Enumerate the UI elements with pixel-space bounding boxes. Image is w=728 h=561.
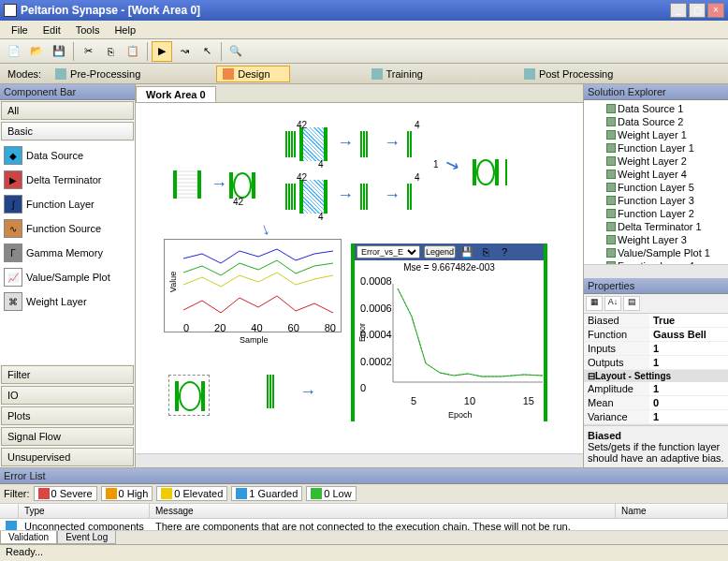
tree-node[interactable]: Function Layer 3 (586, 194, 726, 207)
layer-bars[interactable] (505, 159, 507, 185)
paste-icon[interactable]: 📋 (123, 41, 143, 62)
comp-function-layer[interactable]: ∫Function Layer (2, 192, 133, 216)
zoom-icon[interactable]: 🔍 (226, 41, 246, 62)
menu-help[interactable]: Help (107, 22, 143, 37)
layer-bars[interactable] (267, 375, 274, 408)
link-icon[interactable]: ↝ (174, 41, 195, 62)
select-icon[interactable]: ↖ (197, 41, 217, 62)
function-block[interactable] (229, 172, 255, 199)
close-button[interactable]: × (707, 3, 724, 18)
cut-icon[interactable]: ✂ (78, 41, 98, 62)
filter-high[interactable]: 0 High (101, 486, 153, 501)
categorize-icon[interactable]: ▦ (586, 296, 603, 311)
tab-work-area-0[interactable]: Work Area 0 (136, 86, 216, 102)
save-plot-icon[interactable]: 💾 (459, 245, 474, 258)
data-source-block[interactable] (173, 170, 201, 199)
col-type[interactable]: Type (19, 504, 150, 518)
col-name[interactable]: Name (616, 504, 728, 518)
error-row[interactable]: Unconnected components There are compone… (0, 519, 728, 530)
tree-node[interactable]: Data Source 2 (586, 115, 726, 128)
layer-bars[interactable] (285, 131, 296, 157)
function-block[interactable] (473, 159, 499, 185)
minimize-button[interactable]: _ (670, 3, 687, 18)
filter-severe[interactable]: 0 Severe (34, 486, 97, 501)
canvas-scrollbar[interactable] (136, 453, 583, 467)
prop-row[interactable]: Mean0 (584, 396, 728, 410)
tree-node[interactable]: Function Layer 1 (586, 141, 726, 155)
severity-icon (311, 488, 322, 499)
error-plot-container[interactable]: Error_vs_E Legend 💾 ⎘ ? Mse = 9.667482e-… (351, 244, 547, 421)
comp-data-source[interactable]: ◆Data Source (2, 143, 133, 168)
tree-node[interactable]: Weight Layer 1 (586, 128, 726, 141)
tree-scrollbar[interactable] (584, 264, 728, 278)
mode-preprocessing[interactable]: Pre-Processing (49, 66, 160, 82)
pointer-icon[interactable]: ▶ (152, 41, 172, 62)
error-list-header: Error List (0, 468, 728, 484)
prop-row[interactable]: FunctionGauss Bell (584, 328, 728, 342)
layer-bars[interactable] (360, 131, 368, 157)
save-icon[interactable]: 💾 (49, 41, 69, 62)
prop-row[interactable]: Inputs1 (584, 342, 728, 356)
prop-category[interactable]: Layout - Settings (584, 370, 728, 382)
comp-delta-terminator[interactable]: ▶Delta Terminator (2, 168, 133, 192)
tree-node[interactable]: Weight Layer 4 (586, 168, 726, 181)
props-page-icon[interactable]: ▤ (623, 296, 640, 311)
tree-node[interactable]: Delta Terminator 1 (586, 220, 726, 233)
mode-design[interactable]: Design (216, 66, 289, 82)
prop-row[interactable]: Amplitude1 (584, 382, 728, 396)
maximize-button[interactable]: ▢ (689, 3, 706, 18)
menu-file[interactable]: File (4, 22, 36, 37)
category-io[interactable]: IO (1, 386, 134, 405)
plot-mode-select[interactable]: Error_vs_E (357, 245, 420, 258)
legend-button[interactable]: Legend (424, 245, 456, 258)
layer-bars[interactable] (407, 184, 412, 210)
weight-block[interactable] (299, 180, 328, 214)
solution-tree[interactable]: Data Source 1 Data Source 2 Weight Layer… (584, 100, 728, 264)
copy-icon[interactable]: ⎘ (100, 41, 121, 62)
category-plots[interactable]: Plots (1, 406, 134, 425)
menu-tools[interactable]: Tools (68, 22, 108, 37)
layer-bars[interactable] (285, 184, 296, 210)
value-sample-plot[interactable]: Value Sample 020406080 (164, 239, 342, 332)
tree-node[interactable]: Value/Sample Plot 1 (586, 246, 726, 259)
category-all[interactable]: All (1, 101, 134, 120)
property-description: Biased Sets/gets if the function layer s… (584, 425, 728, 467)
design-canvas[interactable]: 42 4 → → 4 1 → 42 42 4 → → 4 ↘ → (136, 103, 583, 453)
category-unsupervised[interactable]: Unsupervised (1, 448, 134, 466)
open-icon[interactable]: 📂 (26, 41, 47, 62)
error-tabs: Validation Event Log (0, 530, 728, 544)
tree-node[interactable]: Weight Layer 3 (586, 233, 726, 246)
comp-function-source[interactable]: ∿Function Source (2, 216, 133, 241)
menu-edit[interactable]: Edit (36, 22, 68, 37)
copy-plot-icon[interactable]: ⎘ (478, 245, 493, 258)
tree-node[interactable]: Function Layer 5 (586, 181, 726, 194)
col-message[interactable]: Message (150, 504, 616, 518)
layer-bars[interactable] (360, 184, 368, 210)
tree-node[interactable]: Function Layer 2 (586, 207, 726, 220)
category-basic[interactable]: Basic (1, 122, 134, 140)
category-filter[interactable]: Filter (1, 365, 134, 384)
prop-row[interactable]: Variance1 (584, 410, 728, 424)
mode-training[interactable]: Training (365, 66, 443, 82)
prop-row[interactable]: BiasedTrue (584, 314, 728, 328)
tree-node[interactable]: Data Source 1 (586, 102, 726, 115)
new-icon[interactable]: 📄 (4, 41, 24, 62)
filter-low[interactable]: 0 Low (306, 486, 356, 501)
comp-gamma-memory[interactable]: ΓGamma Memory (2, 241, 133, 265)
layer-bars[interactable] (407, 131, 412, 157)
filter-elevated[interactable]: 0 Elevated (156, 486, 227, 501)
tree-node[interactable]: Weight Layer 2 (586, 155, 726, 168)
tab-validation[interactable]: Validation (0, 531, 57, 544)
selected-function-block[interactable] (168, 375, 210, 416)
tab-event-log[interactable]: Event Log (57, 531, 116, 544)
mode-postprocessing[interactable]: Post Processing (517, 66, 633, 82)
comp-value-sample-plot[interactable]: 📈Value/Sample Plot (2, 265, 133, 289)
comp-weight-layer[interactable]: ⌘Weight Layer (2, 289, 133, 314)
sort-icon[interactable]: A↓ (604, 296, 621, 311)
weight-block[interactable] (299, 127, 328, 161)
col-icon[interactable] (0, 504, 19, 518)
category-signal-flow[interactable]: Signal Flow (1, 427, 134, 446)
prop-row[interactable]: Outputs1 (584, 356, 728, 370)
filter-guarded[interactable]: 1 Guarded (231, 486, 302, 501)
help-plot-icon[interactable]: ? (497, 245, 512, 258)
